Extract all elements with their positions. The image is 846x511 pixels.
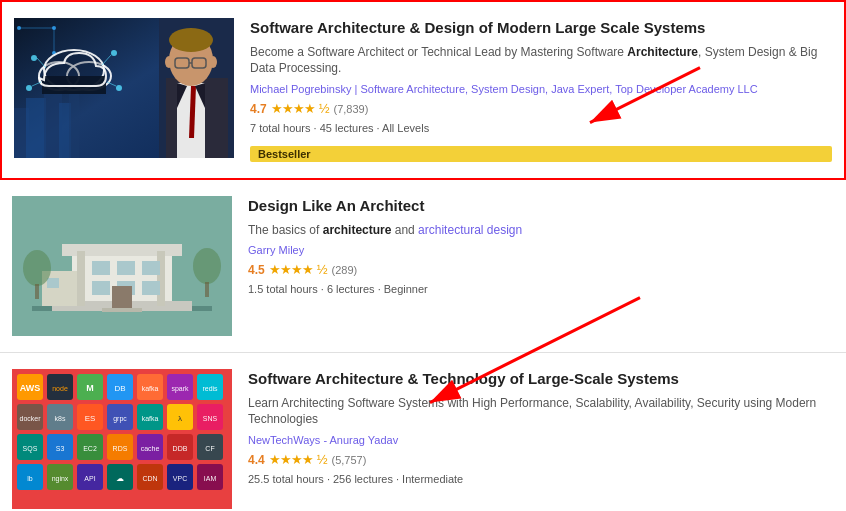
svg-text:☁: ☁ <box>116 474 124 483</box>
svg-text:S3: S3 <box>56 445 65 452</box>
svg-text:SNS: SNS <box>203 415 218 422</box>
course-title-3[interactable]: Software Architecture & Technology of La… <box>248 369 834 389</box>
svg-point-8 <box>17 26 21 30</box>
svg-text:M: M <box>86 383 94 393</box>
svg-rect-56 <box>102 308 142 312</box>
svg-text:spark: spark <box>171 385 189 393</box>
svg-text:IAM: IAM <box>204 475 217 482</box>
rating-count-2: (289) <box>332 264 358 276</box>
star-half-1: ½ <box>319 101 330 116</box>
svg-text:grpc: grpc <box>113 415 127 423</box>
page-wrapper: Software Architecture & Design of Modern… <box>0 0 846 511</box>
svg-text:λ: λ <box>178 414 182 423</box>
svg-point-59 <box>23 250 51 286</box>
svg-text:cache: cache <box>141 445 160 452</box>
rating-count-3: (5,757) <box>332 454 367 466</box>
svg-rect-5 <box>69 93 79 158</box>
course-thumbnail-2 <box>12 196 232 336</box>
svg-rect-52 <box>92 281 110 295</box>
svg-rect-60 <box>35 284 39 299</box>
svg-rect-55 <box>112 286 132 311</box>
course-item-2[interactable]: Design Like An Architect The basics of a… <box>0 180 846 353</box>
svg-text:k8s: k8s <box>55 415 66 422</box>
svg-point-36 <box>169 28 213 52</box>
course-rating-row-3: 4.4 ★★★★½ (5,757) <box>248 452 834 467</box>
stars-3: ★★★★ <box>269 452 313 467</box>
svg-text:docker: docker <box>19 415 41 422</box>
course-item-3[interactable]: AWS node M DB kafka spark redis docker <box>0 353 846 511</box>
svg-text:DB: DB <box>114 384 125 393</box>
svg-text:nginx: nginx <box>52 475 69 483</box>
course-instructor-1[interactable]: Michael Pogrebinsky | Software Architect… <box>250 83 832 95</box>
svg-rect-49 <box>92 261 110 275</box>
svg-text:CF: CF <box>205 445 214 452</box>
course-meta-1: 7 total hours · 45 lectures · All Levels <box>250 122 832 134</box>
course-instructor-2[interactable]: Garry Miley <box>248 244 834 256</box>
svg-rect-47 <box>77 251 85 306</box>
svg-text:kafka: kafka <box>142 415 159 422</box>
svg-text:VPC: VPC <box>173 475 187 482</box>
course-content-2: Design Like An Architect The basics of a… <box>248 196 834 299</box>
star-half-2: ½ <box>317 262 328 277</box>
svg-text:node: node <box>52 385 68 392</box>
course-description-1: Become a Software Architect or Technical… <box>250 44 832 78</box>
course-title-2[interactable]: Design Like An Architect <box>248 196 834 216</box>
svg-point-24 <box>116 85 122 91</box>
svg-text:EC2: EC2 <box>83 445 97 452</box>
course-instructor-3[interactable]: NewTechWays - Anurag Yadav <box>248 434 834 446</box>
svg-text:CDN: CDN <box>142 475 157 482</box>
svg-rect-50 <box>117 261 135 275</box>
course-content-3: Software Architecture & Technology of La… <box>248 369 834 489</box>
course-meta-3: 25.5 total hours · 256 lectures · Interm… <box>248 473 834 485</box>
rating-number-3: 4.4 <box>248 453 265 467</box>
course-description-2: The basics of architecture and architect… <box>248 222 834 239</box>
svg-text:kafka: kafka <box>142 385 159 392</box>
course-description-3: Learn Architecting Software Systems with… <box>248 395 834 429</box>
course-thumbnail-3: AWS node M DB kafka spark redis docker <box>12 369 232 509</box>
course-rating-row-1: 4.7 ★★★★½ (7,839) <box>250 101 832 116</box>
course-rating-row-2: 4.5 ★★★★½ (289) <box>248 262 834 277</box>
star-half-3: ½ <box>317 452 328 467</box>
svg-text:ES: ES <box>85 414 96 423</box>
stars-1: ★★★★ <box>271 101 315 116</box>
bestseller-badge: Bestseller <box>250 146 832 162</box>
rating-number-1: 4.7 <box>250 102 267 116</box>
svg-text:API: API <box>84 475 95 482</box>
svg-rect-54 <box>142 281 160 295</box>
svg-text:SQS: SQS <box>23 445 38 453</box>
svg-rect-62 <box>205 282 209 297</box>
svg-text:AWS: AWS <box>20 383 41 393</box>
svg-point-61 <box>193 248 221 284</box>
svg-point-21 <box>31 55 37 61</box>
course-meta-2: 1.5 total hours · 6 lectures · Beginner <box>248 283 834 295</box>
svg-point-22 <box>111 50 117 56</box>
stars-2: ★★★★ <box>269 262 313 277</box>
course-list: Software Architecture & Design of Modern… <box>0 0 846 511</box>
svg-text:RDS: RDS <box>113 445 128 452</box>
rating-number-2: 4.5 <box>248 263 265 277</box>
svg-rect-51 <box>142 261 160 275</box>
svg-point-40 <box>165 56 173 68</box>
svg-point-20 <box>45 51 103 89</box>
rating-count-1: (7,839) <box>334 103 369 115</box>
svg-point-23 <box>26 85 32 91</box>
svg-text:redis: redis <box>202 385 218 392</box>
course-thumbnail-1 <box>14 18 234 158</box>
course-item-1[interactable]: Software Architecture & Design of Modern… <box>0 0 846 180</box>
svg-rect-58 <box>47 278 59 288</box>
course-title-1[interactable]: Software Architecture & Design of Modern… <box>250 18 832 38</box>
svg-rect-2 <box>26 98 46 158</box>
svg-text:lb: lb <box>27 475 33 482</box>
course-content-1: Software Architecture & Design of Modern… <box>250 18 832 162</box>
svg-text:DDB: DDB <box>173 445 188 452</box>
svg-rect-48 <box>157 251 165 306</box>
svg-point-9 <box>52 26 56 30</box>
svg-point-41 <box>209 56 217 68</box>
